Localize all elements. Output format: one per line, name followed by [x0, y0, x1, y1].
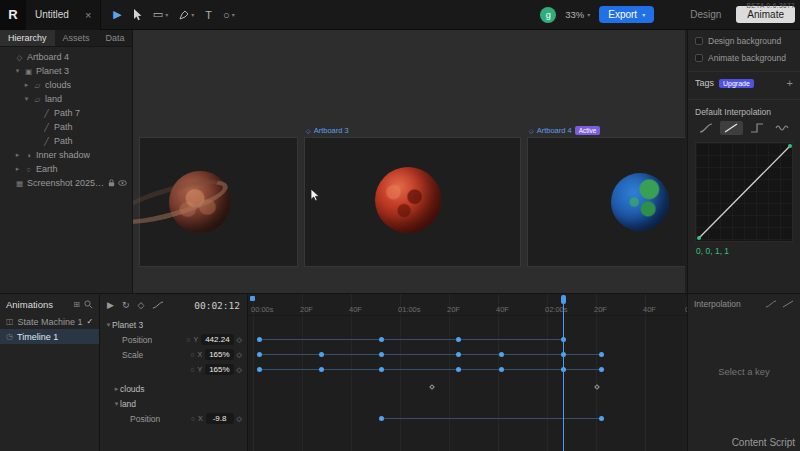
- tab-assets[interactable]: Assets: [55, 30, 98, 46]
- tree-arrow-icon[interactable]: ▸: [23, 81, 30, 89]
- artboard-label[interactable]: ◇ Artboard 3: [306, 126, 349, 135]
- linear-icon[interactable]: [782, 300, 794, 308]
- tree-item-earth[interactable]: ▸○Earth: [0, 162, 132, 176]
- prop-value-input[interactable]: 165%: [205, 349, 233, 360]
- earth-planet[interactable]: [611, 173, 669, 231]
- tree-item-inner-shadow[interactable]: ▸◑Inner shadow: [0, 148, 132, 162]
- play-mode-icon[interactable]: ▶: [113, 8, 121, 21]
- tree-item-path[interactable]: ╱Path: [0, 120, 132, 134]
- tree-arrow-icon[interactable]: ▾: [23, 95, 30, 103]
- visibility-icon[interactable]: [118, 180, 127, 186]
- close-tab-icon[interactable]: ×: [85, 9, 91, 21]
- upgrade-badge[interactable]: Upgrade: [719, 79, 754, 88]
- timeline-group-planet-3[interactable]: ▾Planet 3: [100, 317, 247, 332]
- pen-tool-icon[interactable]: ▾: [179, 10, 194, 20]
- timeline-ruler[interactable]: 00:00s20F40F01:00s20F40F02:00s20F40F03:0: [248, 294, 687, 316]
- hold-keyframe[interactable]: [594, 384, 600, 390]
- animation-item-state-machine-1[interactable]: ◫State Machine 1✓: [0, 314, 99, 329]
- curve-icon[interactable]: [765, 300, 777, 308]
- checkbox[interactable]: [695, 54, 703, 62]
- cubic-icon[interactable]: [695, 121, 717, 135]
- interpolation-curve-editor[interactable]: [695, 142, 793, 242]
- tree-item-path[interactable]: ╱Path: [0, 134, 132, 148]
- hold-icon[interactable]: [746, 121, 768, 135]
- canvas[interactable]: ◇ Artboard 3 ◇ Artboard 4 Active: [133, 30, 685, 293]
- document-tab[interactable]: Untitled ×: [26, 0, 101, 30]
- keyframe[interactable]: [499, 352, 504, 357]
- tree-item-planet-3[interactable]: ▾▣Planet 3: [0, 64, 132, 78]
- select-tool-icon[interactable]: [133, 9, 142, 21]
- tree-arrow-icon[interactable]: ▾: [105, 321, 112, 329]
- tree-item-artboard-4[interactable]: ◇Artboard 4: [0, 50, 132, 64]
- timeline-group-land[interactable]: ▾land: [100, 396, 247, 411]
- tree-item-screenshot-2025-11-25-at-9-30-2[interactable]: ▦Screenshot 2025-11-25 at 9.30.2: [0, 176, 132, 190]
- animation-item-timeline-1[interactable]: ◷Timeline 1: [0, 329, 99, 344]
- checkbox[interactable]: [695, 37, 703, 45]
- artboard-label[interactable]: ◇ Artboard 4 Active: [529, 126, 600, 135]
- keyframe[interactable]: [456, 337, 461, 342]
- keyframe-toggle-icon[interactable]: ◇: [237, 415, 242, 423]
- bind-target-icon[interactable]: ○: [190, 366, 194, 373]
- tree-arrow-icon[interactable]: ▸: [14, 151, 21, 159]
- elastic-icon[interactable]: [771, 121, 793, 135]
- keyframe[interactable]: [319, 352, 324, 357]
- avatar[interactable]: g: [540, 7, 556, 23]
- keyframe[interactable]: [599, 367, 604, 372]
- keyframe[interactable]: [379, 352, 384, 357]
- tree-item-path-7[interactable]: ╱Path 7: [0, 106, 132, 120]
- playhead[interactable]: [563, 303, 564, 451]
- tree-arrow-icon[interactable]: ▸: [14, 165, 21, 173]
- design-mode-button[interactable]: Design: [679, 6, 732, 23]
- tree-item-land[interactable]: ▾▱land: [0, 92, 132, 106]
- linear-icon[interactable]: [720, 121, 742, 135]
- text-tool-icon[interactable]: T: [205, 9, 212, 21]
- keyframe[interactable]: [456, 367, 461, 372]
- tree-arrow-icon[interactable]: ▾: [14, 67, 21, 75]
- artboard-tool-icon[interactable]: ▭▾: [153, 8, 168, 21]
- keyframe[interactable]: [599, 352, 604, 357]
- artboard-4[interactable]: ◇ Artboard 4 Active: [528, 138, 685, 266]
- tree-item-clouds[interactable]: ▸▱clouds: [0, 78, 132, 92]
- tree-arrow-icon[interactable]: ▾: [113, 400, 120, 408]
- app-logo[interactable]: R: [0, 0, 26, 30]
- keyframe[interactable]: [319, 367, 324, 372]
- keyframe[interactable]: [499, 367, 504, 372]
- shape-tool-icon[interactable]: ○▾: [223, 9, 235, 21]
- lock-icon[interactable]: [108, 179, 115, 187]
- artboard-3[interactable]: ◇ Artboard 3: [305, 138, 520, 266]
- prop-value-input[interactable]: -9.8: [206, 413, 234, 424]
- bind-target-icon[interactable]: ○: [186, 336, 190, 343]
- export-button[interactable]: Export▾: [599, 6, 654, 23]
- bind-target-icon[interactable]: ○: [191, 415, 195, 422]
- prop-value-input[interactable]: 165%: [205, 364, 233, 375]
- keyframe-toggle-icon[interactable]: ◇: [237, 366, 242, 374]
- keyframe[interactable]: [257, 337, 262, 342]
- search-icon[interactable]: [84, 300, 93, 309]
- artboard-1[interactable]: [140, 138, 297, 266]
- keyframe[interactable]: [379, 337, 384, 342]
- keyframe[interactable]: [456, 352, 461, 357]
- tree-arrow-icon[interactable]: ▸: [113, 385, 120, 393]
- keyframe-toggle-icon[interactable]: ◇: [237, 351, 242, 359]
- track-area[interactable]: 00:00s20F40F01:00s20F40F02:00s20F40F03:0: [247, 294, 687, 451]
- keyframe[interactable]: [257, 352, 262, 357]
- keyframe[interactable]: [599, 416, 604, 421]
- group-icon: ▣: [24, 67, 33, 76]
- tab-hierarchy[interactable]: Hierarchy: [0, 30, 55, 46]
- export-options-icon[interactable]: ▾: [642, 11, 645, 18]
- keyframe[interactable]: [379, 416, 384, 421]
- zoom-control[interactable]: 33%▾: [565, 9, 590, 20]
- bind-target-icon[interactable]: ○: [190, 351, 194, 358]
- add-animation-icon[interactable]: ⊞: [73, 300, 80, 309]
- keyframe[interactable]: [379, 367, 384, 372]
- timeline-group-clouds[interactable]: ▸clouds: [100, 381, 247, 396]
- add-tag-button[interactable]: +: [787, 77, 793, 89]
- work-area-marker[interactable]: [250, 296, 255, 301]
- prop-label: Position: [130, 414, 160, 424]
- red-planet[interactable]: [375, 167, 441, 233]
- keyframe[interactable]: [257, 367, 262, 372]
- hold-keyframe[interactable]: [429, 384, 435, 390]
- tab-data[interactable]: Data: [98, 30, 133, 46]
- keyframe-toggle-icon[interactable]: ◇: [237, 336, 242, 344]
- prop-value-input[interactable]: 442.24: [201, 334, 233, 345]
